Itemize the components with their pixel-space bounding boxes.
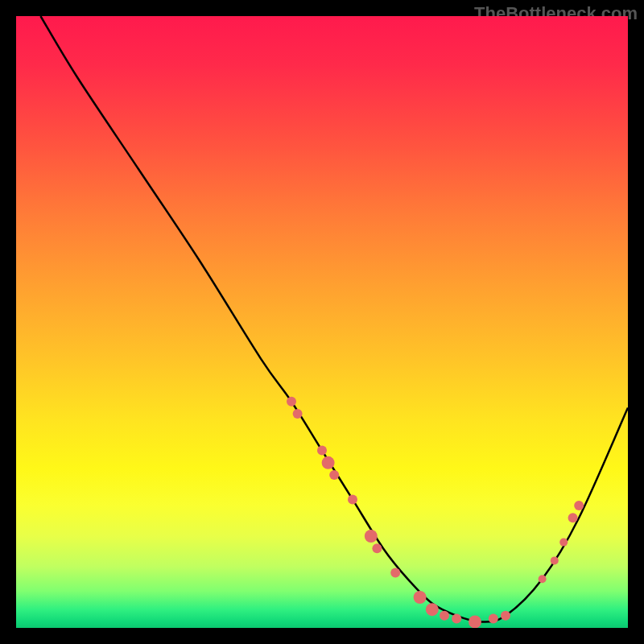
marker-dot [551, 556, 559, 564]
marker-dot [440, 611, 449, 621]
plot-area [16, 16, 628, 628]
marker-dot [293, 409, 303, 419]
marker-dot [372, 543, 382, 553]
marker-dot [469, 615, 481, 628]
marker-dot [329, 470, 339, 480]
marker-dot [414, 591, 427, 604]
marker-dot [574, 501, 584, 510]
curve-line [40, 16, 628, 621]
marker-dot [568, 513, 578, 522]
marker-dot [317, 446, 327, 456]
marker-dot [365, 530, 378, 543]
chart-container: TheBottleneck.com [0, 0, 644, 644]
marker-dot [501, 611, 510, 621]
chart-svg [16, 16, 628, 628]
marker-dot [452, 614, 461, 624]
marker-dot [287, 397, 296, 407]
marker-dot [559, 539, 568, 547]
marker-dot [322, 456, 335, 469]
marker-dot [348, 494, 357, 504]
marker-dot [539, 575, 547, 583]
marker-dot [390, 568, 400, 578]
marker-dot [489, 614, 498, 624]
marker-dot [426, 603, 439, 616]
curve-markers [287, 397, 584, 628]
